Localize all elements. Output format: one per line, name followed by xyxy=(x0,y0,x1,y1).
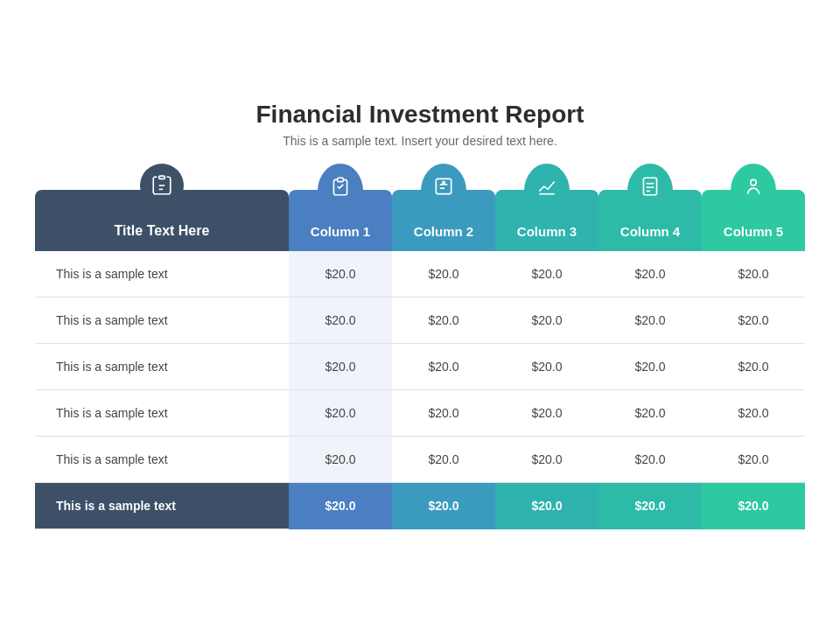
row4-col4: $20.0 xyxy=(598,390,702,437)
footer-col3: $20.0 xyxy=(495,483,598,529)
row1-col3: $20.0 xyxy=(495,251,598,298)
footer-col5: $20.0 xyxy=(702,483,805,529)
row1-col2: $20.0 xyxy=(392,251,495,298)
title-icon xyxy=(150,174,173,197)
col3-label: Column 3 xyxy=(517,224,577,239)
row5-label: This is a sample text xyxy=(35,437,289,483)
col2-icon xyxy=(432,175,455,198)
svg-rect-3 xyxy=(338,178,344,181)
row2-col2: $20.0 xyxy=(392,298,495,344)
row4-col5: $20.0 xyxy=(702,390,805,437)
header-col2: Column 2 xyxy=(392,172,495,251)
row2-col1: $20.0 xyxy=(289,298,392,344)
row4-col1: $20.0 xyxy=(289,390,392,437)
row3-col4: $20.0 xyxy=(598,344,702,390)
row5-col4: $20.0 xyxy=(598,437,702,483)
row2-label: This is a sample text xyxy=(35,298,289,344)
row3-label: This is a sample text xyxy=(35,344,289,390)
row4-col3: $20.0 xyxy=(495,390,598,437)
row5-col5: $20.0 xyxy=(702,437,805,483)
row5-col2: $20.0 xyxy=(392,437,495,483)
svg-rect-0 xyxy=(159,176,165,178)
row2-col4: $20.0 xyxy=(598,298,702,344)
col4-icon xyxy=(639,175,662,198)
col2-label: Column 2 xyxy=(414,224,473,239)
row1-col4: $20.0 xyxy=(598,251,702,298)
data-table: This is a sample text $20.0 $20.0 $20.0 … xyxy=(35,251,805,529)
row4-col2: $20.0 xyxy=(392,390,495,437)
row1-label: This is a sample text xyxy=(35,251,289,298)
footer-col4: $20.0 xyxy=(598,483,702,529)
title-col-label: Title Text Here xyxy=(115,223,210,239)
header-col5: Column 5 xyxy=(702,172,805,251)
svg-rect-9 xyxy=(643,178,656,195)
svg-point-13 xyxy=(751,179,757,186)
footer-label: This is a sample text xyxy=(35,483,289,529)
footer-col2: $20.0 xyxy=(392,483,495,529)
col5-icon xyxy=(742,175,765,198)
col5-label: Column 5 xyxy=(724,224,783,239)
row3-col5: $20.0 xyxy=(702,344,805,390)
col4-label: Column 4 xyxy=(620,224,680,239)
row2-col5: $20.0 xyxy=(702,298,805,344)
svg-point-7 xyxy=(443,182,444,184)
page-subtitle: This is a sample text. Insert your desir… xyxy=(283,134,557,148)
row3-col3: $20.0 xyxy=(495,344,598,390)
row4-label: This is a sample text xyxy=(35,390,289,437)
header-col4: Column 4 xyxy=(598,172,702,251)
table-header: Title Text Here Column 1 Column 2 xyxy=(35,172,805,251)
row3-col2: $20.0 xyxy=(392,344,495,390)
row5-col3: $20.0 xyxy=(495,437,598,483)
header-col3: Column 3 xyxy=(495,172,598,251)
col1-label: Column 1 xyxy=(311,224,370,239)
row1-col5: $20.0 xyxy=(702,251,805,298)
footer-col1: $20.0 xyxy=(289,483,392,529)
col3-icon xyxy=(536,175,558,198)
row5-col1: $20.0 xyxy=(289,437,392,483)
header-title-col: Title Text Here xyxy=(35,172,289,251)
row3-col1: $20.0 xyxy=(289,344,392,390)
row2-col3: $20.0 xyxy=(495,298,598,344)
header-col1: Column 1 xyxy=(289,172,392,251)
page-title: Financial Investment Report xyxy=(256,101,584,129)
col1-icon xyxy=(329,175,352,198)
row1-col1: $20.0 xyxy=(289,251,392,298)
